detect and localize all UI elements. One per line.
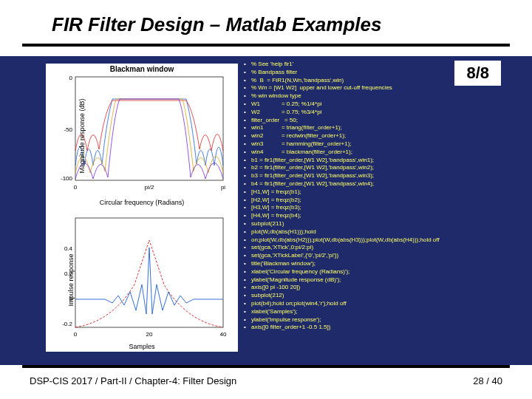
bullet-icon: • — [244, 268, 251, 276]
code-line: •plot(b4);hold on;plot(win4,'r');hold of… — [244, 300, 514, 308]
code-text: % Bandpass filter — [251, 69, 297, 77]
bullet-icon: • — [244, 100, 251, 109]
code-text: axis([0 pi -100 20]) — [251, 284, 300, 292]
code-text: % Wn = [W1 W2] upper and lower cut-off f… — [251, 84, 392, 92]
bullet-icon: • — [244, 84, 251, 92]
bullet-icon: • — [244, 212, 251, 220]
title-divider — [22, 44, 510, 47]
code-line: •[H1,W] = freqz(b1); — [244, 188, 514, 197]
code-line: •win3 = hamming(filter_order+1); — [244, 140, 514, 149]
magnitude-plot: Blackman window Magnitude response (dB) … — [46, 64, 238, 208]
code-text: plot(W,db(abs(H1)));hold — [251, 228, 316, 236]
code-text: win1 = triang(filter_order+1); — [251, 124, 342, 132]
plot1-title: Blackman window — [46, 65, 238, 73]
bullet-icon: • — [244, 220, 251, 228]
svg-rect-4 — [75, 218, 223, 327]
plot2-xtick-1: 20 — [146, 331, 153, 338]
bullet-icon: • — [244, 284, 251, 292]
code-text: subplot(212) — [251, 292, 284, 300]
bullet-icon: • — [244, 124, 251, 132]
plot1-svg: 0 -50 -100 0 pi/2 pi — [46, 64, 238, 208]
bullet-icon: • — [244, 292, 251, 300]
bullet-icon: • — [244, 132, 251, 140]
code-line: •[H2,W] = freqz(b2); — [244, 197, 514, 205]
bullet-icon: • — [244, 117, 251, 125]
code-line: •[H3,W] = freqz(b3); — [244, 204, 514, 212]
plot1-xlabel: Circular frequency (Radians) — [46, 199, 238, 206]
plot2-xtick-2: 40 — [220, 331, 227, 338]
code-text: % See 'help fir1' — [251, 61, 293, 69]
code-line: •% win window type — [244, 92, 514, 100]
bullet-icon: • — [244, 204, 251, 212]
code-block: •% See 'help fir1'•% Bandpass filter•% B… — [244, 61, 514, 358]
plot1-ylabel: Magnitude response (dB) — [78, 98, 86, 173]
bullet-icon: • — [244, 69, 251, 77]
code-text: [H1,W] = freqz(b1); — [251, 188, 301, 197]
bullet-icon: • — [244, 228, 251, 236]
plot1-xtick-1: pi/2 — [145, 184, 154, 191]
svg-text:0: 0 — [69, 75, 73, 81]
code-line: •title('Blackman window'); — [244, 260, 514, 268]
code-text: win3 = hamming(filter_order+1); — [251, 140, 352, 149]
footer-right: 28 / 40 — [473, 375, 502, 386]
code-line: •ylabel('Magnitude response (dB)'); — [244, 276, 514, 284]
code-text: set(gca,'XTickLabel',{'0','pi/2','pi'}) — [251, 252, 338, 260]
code-line: •[H4,W] = freqz(b4); — [244, 212, 514, 220]
svg-rect-0 — [75, 77, 223, 180]
code-text: b4 = fir1(filter_order,[W1 W2],'bandpass… — [251, 180, 374, 188]
bullet-icon: • — [244, 149, 251, 157]
code-text: b3 = fir1(filter_order,[W1 W2],'bandpass… — [251, 172, 374, 180]
code-line: •subplot(211) — [244, 220, 514, 228]
code-text: win2 = rectwin(filter_order+1); — [251, 132, 346, 140]
code-line: •xlabel('Circular frequency (Radians)'); — [244, 268, 514, 276]
code-line: •b4 = fir1(filter_order,[W1 W2],'bandpas… — [244, 180, 514, 188]
plot2-svg: 0.4 0.2 0 -0.2 0 20 40 — [46, 208, 238, 352]
code-line: •b2 = fir1(filter_order,[W1 W2],'bandpas… — [244, 164, 514, 172]
bullet-icon: • — [244, 308, 251, 316]
code-text: b1 = fir1(filter_order,[W1 W2],'bandpass… — [251, 157, 374, 165]
code-line: •filter_order = 50; — [244, 117, 514, 125]
bullet-icon: • — [244, 180, 251, 188]
code-text: b2 = fir1(filter_order,[W1 W2],'bandpass… — [251, 164, 374, 172]
code-line: •set(gca,'XTickLabel',{'0','pi/2','pi'}) — [244, 252, 514, 260]
bullet-icon: • — [244, 164, 251, 172]
code-line: •xlabel('Samples'); — [244, 308, 514, 316]
code-text: axis([0 filter_order+1 -0.5 1.5]) — [251, 324, 330, 332]
svg-text:-0.2: -0.2 — [62, 321, 72, 327]
bullet-icon: • — [244, 316, 251, 324]
page-badge: 8/8 — [454, 61, 501, 86]
code-text: xlabel('Samples'); — [251, 308, 298, 316]
plot2-xlabel: Samples — [46, 343, 238, 350]
code-text: [H3,W] = freqz(b3); — [251, 204, 301, 212]
impulse-plot: Impulse response 0.4 0.2 0 -0.2 0 — [46, 208, 238, 352]
code-line: •W1 = 0.25; %1/4*pi — [244, 100, 514, 109]
bullet-icon: • — [244, 140, 251, 149]
code-text: title('Blackman window'); — [251, 260, 316, 268]
footer: DSP-CIS 2017 / Part-II / Chapter-4: Filt… — [0, 365, 532, 399]
code-text: % B = FIR1(N,Wn,'bandpass',win) — [251, 77, 344, 85]
code-line: •axis([0 filter_order+1 -0.5 1.5]) — [244, 324, 514, 332]
bullet-icon: • — [244, 252, 251, 260]
code-text: subplot(211) — [251, 220, 284, 228]
code-line: •win4 = blackman(filter_order+1); — [244, 149, 514, 157]
bullet-icon: • — [244, 61, 251, 69]
plot2-ylabel: Impulse response — [67, 253, 75, 306]
code-text: % win window type — [251, 92, 301, 100]
bullet-icon: • — [244, 109, 251, 117]
code-line: •win2 = rectwin(filter_order+1); — [244, 132, 514, 140]
code-line: •on;plot(W,db(abs(H2)));plot(W,db(abs(H3… — [244, 236, 514, 245]
slide-title: FIR Filter Design – Matlab Examples — [52, 13, 502, 36]
svg-text:0.4: 0.4 — [64, 245, 73, 252]
code-line: •% Wn = [W1 W2] upper and lower cut-off … — [244, 84, 514, 92]
code-line: •W2 = 0.75; %3/4*pi — [244, 109, 514, 117]
plot-panel: Blackman window Magnitude response (dB) … — [46, 64, 238, 352]
code-text: ylabel('Impulse response'); — [251, 316, 321, 324]
code-line: •b3 = fir1(filter_order,[W1 W2],'bandpas… — [244, 172, 514, 180]
bullet-icon: • — [244, 236, 251, 245]
bullet-icon: • — [244, 197, 251, 205]
code-text: on;plot(W,db(abs(H2)));plot(W,db(abs(H3)… — [251, 236, 440, 245]
code-text: [H4,W] = freqz(b4); — [251, 212, 301, 220]
plot1-xtick-0: 0 — [74, 184, 78, 191]
code-line: •set(gca,'XTick',0:pi/2:pi) — [244, 244, 514, 252]
bullet-icon: • — [244, 244, 251, 252]
